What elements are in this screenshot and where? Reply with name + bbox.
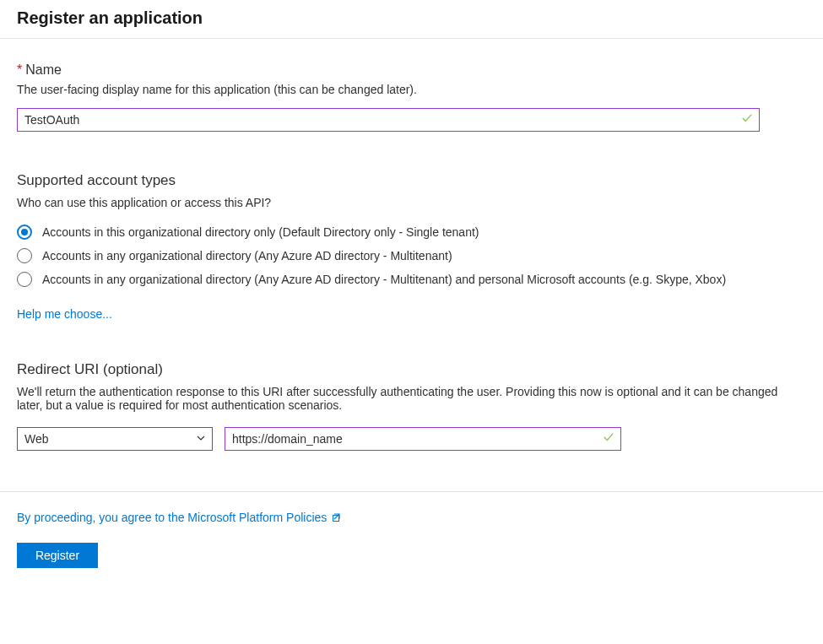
- svg-rect-0: [333, 516, 339, 522]
- page-title: Register an application: [17, 8, 806, 28]
- platform-selected-value: Web: [24, 432, 49, 446]
- help-me-choose-link[interactable]: Help me choose...: [17, 307, 806, 321]
- required-indicator: *: [17, 62, 22, 78]
- redirect-uri-title: Redirect URI (optional): [17, 361, 806, 378]
- redirect-uri-description: We'll return the authentication response…: [17, 385, 793, 412]
- radio-option-single-tenant[interactable]: Accounts in this organizational director…: [17, 225, 806, 240]
- radio-option-multitenant[interactable]: Accounts in any organizational directory…: [17, 248, 806, 263]
- redirect-uri-input[interactable]: [225, 427, 621, 451]
- radio-label: Accounts in any organizational directory…: [42, 249, 452, 262]
- account-types-subtitle: Who can use this application or access t…: [17, 196, 806, 209]
- page-header: Register an application: [0, 0, 823, 39]
- section-redirect-uri: Redirect URI (optional) We'll return the…: [17, 361, 806, 451]
- chevron-down-icon: [196, 432, 206, 446]
- radio-label: Accounts in any organizational directory…: [42, 273, 726, 286]
- checkmark-icon: [741, 112, 753, 127]
- radio-icon: [17, 272, 32, 287]
- policy-link-text: By proceeding, you agree to the Microsof…: [17, 511, 327, 524]
- section-name: * Name The user-facing display name for …: [17, 62, 806, 132]
- radio-icon: [17, 248, 32, 263]
- checkmark-icon: [603, 431, 615, 446]
- policy-link[interactable]: By proceeding, you agree to the Microsof…: [17, 511, 806, 524]
- name-label: Name: [25, 62, 62, 78]
- account-types-radio-group: Accounts in this organizational director…: [17, 225, 806, 287]
- radio-icon: [17, 225, 32, 240]
- radio-label: Accounts in this organizational director…: [42, 225, 479, 239]
- name-input[interactable]: [17, 108, 760, 132]
- platform-select[interactable]: Web: [17, 427, 213, 451]
- section-account-types: Supported account types Who can use this…: [17, 172, 806, 321]
- external-link-icon: [332, 512, 342, 522]
- register-button[interactable]: Register: [17, 543, 98, 568]
- radio-option-multitenant-personal[interactable]: Accounts in any organizational directory…: [17, 272, 806, 287]
- name-description: The user-facing display name for this ap…: [17, 83, 806, 96]
- account-types-title: Supported account types: [17, 172, 806, 189]
- footer: By proceeding, you agree to the Microsof…: [0, 492, 823, 587]
